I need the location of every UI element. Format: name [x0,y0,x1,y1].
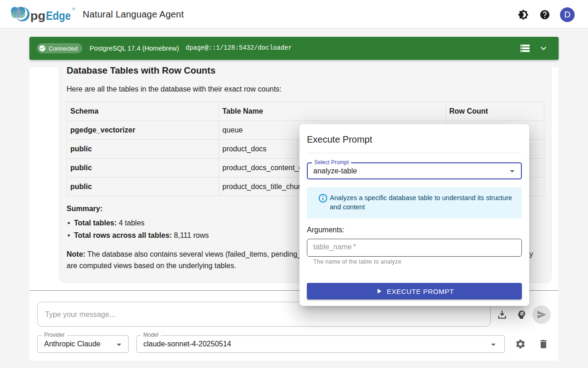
svg-text:Edge: Edge [46,9,71,23]
svg-text:pg: pg [30,9,45,23]
